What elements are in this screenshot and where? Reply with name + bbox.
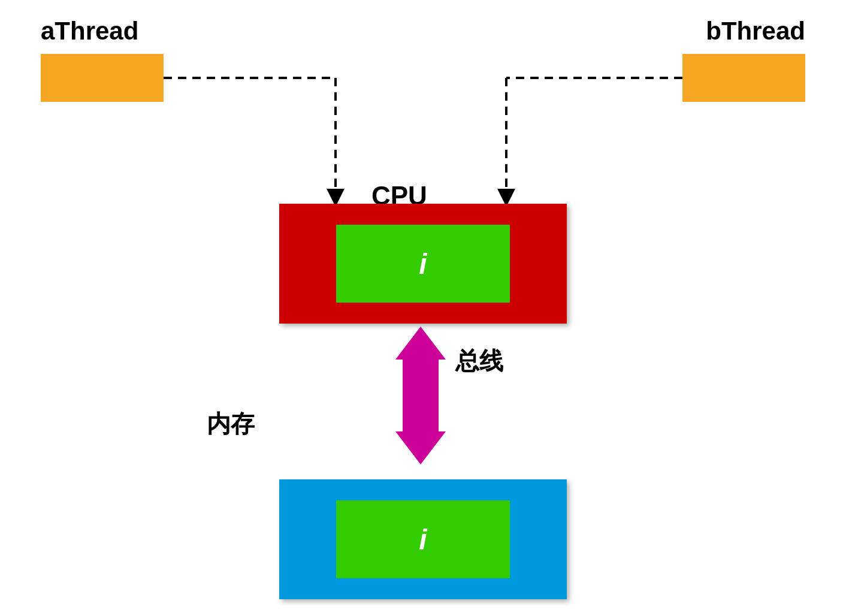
- cpu-cache-box: i: [336, 225, 510, 303]
- a-thread-box: [41, 54, 164, 102]
- memory-cache-box: i: [336, 500, 510, 578]
- a-thread-label: aThread: [41, 17, 138, 46]
- bus-arrow-container: [395, 327, 446, 464]
- diagram-container: aThread bThread CPU i: [0, 0, 846, 616]
- b-thread-label: bThread: [706, 17, 805, 46]
- bus-arrow: [395, 327, 446, 464]
- memory-block: i: [279, 479, 567, 599]
- bus-label: 总线: [455, 345, 503, 378]
- bus-arrow-up: [395, 327, 446, 360]
- bus-arrow-down: [395, 431, 446, 464]
- memory-label: 内存: [207, 407, 255, 440]
- cpu-cache-label: i: [419, 247, 427, 280]
- cpu-block: i: [279, 204, 567, 324]
- bus-shaft: [403, 360, 439, 431]
- memory-cache-label: i: [419, 523, 427, 556]
- b-thread-box: [682, 54, 805, 102]
